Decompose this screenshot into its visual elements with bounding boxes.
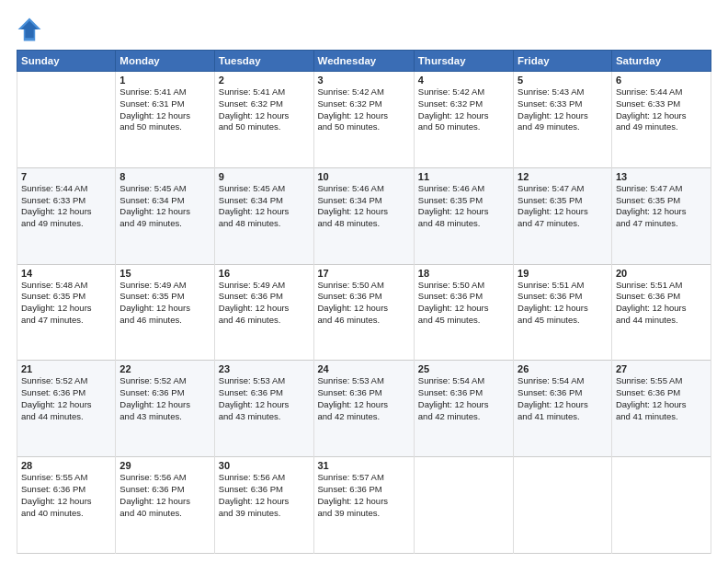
day-number: 18	[418, 268, 509, 279]
day-info: Sunrise: 5:51 AM Sunset: 6:36 PM Dayligh…	[616, 280, 707, 327]
week-row-3: 14Sunrise: 5:48 AM Sunset: 6:35 PM Dayli…	[17, 264, 711, 361]
calendar-cell	[611, 457, 711, 554]
col-header-friday: Friday	[514, 51, 612, 72]
day-info: Sunrise: 5:49 AM Sunset: 6:35 PM Dayligh…	[119, 280, 210, 327]
day-number: 17	[318, 268, 410, 279]
calendar-cell	[414, 457, 513, 554]
calendar-cell: 19Sunrise: 5:51 AM Sunset: 6:36 PM Dayli…	[514, 264, 612, 361]
day-number: 21	[21, 363, 111, 374]
day-number: 25	[418, 363, 509, 374]
day-info: Sunrise: 5:50 AM Sunset: 6:36 PM Dayligh…	[418, 280, 509, 327]
header	[17, 17, 711, 42]
day-info: Sunrise: 5:45 AM Sunset: 6:34 PM Dayligh…	[219, 183, 310, 230]
day-number: 27	[616, 363, 707, 374]
day-info: Sunrise: 5:49 AM Sunset: 6:36 PM Dayligh…	[219, 280, 310, 327]
day-info: Sunrise: 5:42 AM Sunset: 6:32 PM Dayligh…	[318, 86, 410, 133]
day-info: Sunrise: 5:55 AM Sunset: 6:36 PM Dayligh…	[21, 472, 111, 519]
day-info: Sunrise: 5:52 AM Sunset: 6:36 PM Dayligh…	[119, 375, 210, 422]
calendar-cell: 12Sunrise: 5:47 AM Sunset: 6:35 PM Dayli…	[514, 167, 612, 264]
calendar-cell: 13Sunrise: 5:47 AM Sunset: 6:35 PM Dayli…	[611, 167, 711, 264]
calendar-cell	[17, 72, 116, 168]
day-info: Sunrise: 5:46 AM Sunset: 6:34 PM Dayligh…	[318, 183, 410, 230]
calendar-table: SundayMondayTuesdayWednesdayThursdayFrid…	[17, 50, 711, 554]
day-number: 1	[119, 75, 210, 86]
day-number: 23	[219, 363, 310, 374]
day-number: 12	[518, 171, 608, 182]
svg-marker-1	[21, 21, 39, 39]
day-number: 19	[518, 268, 608, 279]
calendar-cell: 11Sunrise: 5:46 AM Sunset: 6:35 PM Dayli…	[414, 167, 513, 264]
day-number: 31	[318, 460, 410, 471]
day-number: 26	[518, 363, 608, 374]
calendar-cell: 27Sunrise: 5:55 AM Sunset: 6:36 PM Dayli…	[611, 361, 711, 457]
day-number: 30	[219, 460, 310, 471]
page: SundayMondayTuesdayWednesdayThursdayFrid…	[0, 0, 728, 563]
col-header-tuesday: Tuesday	[214, 51, 313, 72]
week-row-2: 7Sunrise: 5:44 AM Sunset: 6:33 PM Daylig…	[17, 167, 711, 264]
calendar-cell: 9Sunrise: 5:45 AM Sunset: 6:34 PM Daylig…	[214, 167, 313, 264]
calendar-body: 1Sunrise: 5:41 AM Sunset: 6:31 PM Daylig…	[17, 72, 711, 554]
week-row-5: 28Sunrise: 5:55 AM Sunset: 6:36 PM Dayli…	[17, 457, 711, 554]
calendar-cell: 15Sunrise: 5:49 AM Sunset: 6:35 PM Dayli…	[116, 264, 214, 361]
day-number: 9	[219, 171, 310, 182]
day-number: 5	[518, 75, 608, 86]
day-info: Sunrise: 5:45 AM Sunset: 6:34 PM Dayligh…	[119, 183, 210, 230]
calendar-cell: 24Sunrise: 5:53 AM Sunset: 6:36 PM Dayli…	[313, 361, 414, 457]
day-info: Sunrise: 5:41 AM Sunset: 6:32 PM Dayligh…	[219, 86, 310, 133]
calendar-cell: 5Sunrise: 5:43 AM Sunset: 6:33 PM Daylig…	[514, 72, 612, 168]
day-number: 14	[21, 268, 111, 279]
day-info: Sunrise: 5:47 AM Sunset: 6:35 PM Dayligh…	[518, 183, 608, 230]
calendar-cell: 21Sunrise: 5:52 AM Sunset: 6:36 PM Dayli…	[17, 361, 116, 457]
calendar-cell: 2Sunrise: 5:41 AM Sunset: 6:32 PM Daylig…	[214, 72, 313, 168]
day-info: Sunrise: 5:50 AM Sunset: 6:36 PM Dayligh…	[318, 280, 410, 327]
day-info: Sunrise: 5:52 AM Sunset: 6:36 PM Dayligh…	[21, 375, 111, 422]
calendar-cell: 29Sunrise: 5:56 AM Sunset: 6:36 PM Dayli…	[116, 457, 214, 554]
calendar-cell: 23Sunrise: 5:53 AM Sunset: 6:36 PM Dayli…	[214, 361, 313, 457]
col-header-wednesday: Wednesday	[313, 51, 414, 72]
calendar-cell: 10Sunrise: 5:46 AM Sunset: 6:34 PM Dayli…	[313, 167, 414, 264]
day-info: Sunrise: 5:41 AM Sunset: 6:31 PM Dayligh…	[119, 86, 210, 133]
day-number: 4	[418, 75, 509, 86]
calendar-cell: 8Sunrise: 5:45 AM Sunset: 6:34 PM Daylig…	[116, 167, 214, 264]
day-number: 15	[119, 268, 210, 279]
day-number: 28	[21, 460, 111, 471]
day-info: Sunrise: 5:47 AM Sunset: 6:35 PM Dayligh…	[616, 183, 707, 230]
day-number: 6	[616, 75, 707, 86]
calendar-cell: 18Sunrise: 5:50 AM Sunset: 6:36 PM Dayli…	[414, 264, 513, 361]
logo	[17, 17, 46, 42]
day-info: Sunrise: 5:51 AM Sunset: 6:36 PM Dayligh…	[518, 280, 608, 327]
day-number: 2	[219, 75, 310, 86]
day-info: Sunrise: 5:44 AM Sunset: 6:33 PM Dayligh…	[21, 183, 111, 230]
day-number: 13	[616, 171, 707, 182]
day-info: Sunrise: 5:53 AM Sunset: 6:36 PM Dayligh…	[318, 375, 410, 422]
day-info: Sunrise: 5:56 AM Sunset: 6:36 PM Dayligh…	[219, 472, 310, 519]
day-number: 7	[21, 171, 111, 182]
week-row-4: 21Sunrise: 5:52 AM Sunset: 6:36 PM Dayli…	[17, 361, 711, 457]
calendar-cell: 6Sunrise: 5:44 AM Sunset: 6:33 PM Daylig…	[611, 72, 711, 168]
day-info: Sunrise: 5:55 AM Sunset: 6:36 PM Dayligh…	[616, 375, 707, 422]
calendar-cell: 4Sunrise: 5:42 AM Sunset: 6:32 PM Daylig…	[414, 72, 513, 168]
calendar-cell: 16Sunrise: 5:49 AM Sunset: 6:36 PM Dayli…	[214, 264, 313, 361]
day-number: 8	[119, 171, 210, 182]
day-info: Sunrise: 5:53 AM Sunset: 6:36 PM Dayligh…	[219, 375, 310, 422]
day-number: 20	[616, 268, 707, 279]
calendar-cell: 17Sunrise: 5:50 AM Sunset: 6:36 PM Dayli…	[313, 264, 414, 361]
header-row: SundayMondayTuesdayWednesdayThursdayFrid…	[17, 51, 711, 72]
col-header-monday: Monday	[116, 51, 214, 72]
calendar-cell: 26Sunrise: 5:54 AM Sunset: 6:36 PM Dayli…	[514, 361, 612, 457]
day-number: 24	[318, 363, 410, 374]
day-number: 10	[318, 171, 410, 182]
day-number: 16	[219, 268, 310, 279]
day-info: Sunrise: 5:42 AM Sunset: 6:32 PM Dayligh…	[418, 86, 509, 133]
day-number: 22	[119, 363, 210, 374]
day-info: Sunrise: 5:56 AM Sunset: 6:36 PM Dayligh…	[119, 472, 210, 519]
calendar-cell: 3Sunrise: 5:42 AM Sunset: 6:32 PM Daylig…	[313, 72, 414, 168]
calendar-cell: 7Sunrise: 5:44 AM Sunset: 6:33 PM Daylig…	[17, 167, 116, 264]
calendar-cell: 20Sunrise: 5:51 AM Sunset: 6:36 PM Dayli…	[611, 264, 711, 361]
day-info: Sunrise: 5:54 AM Sunset: 6:36 PM Dayligh…	[518, 375, 608, 422]
calendar-cell: 25Sunrise: 5:54 AM Sunset: 6:36 PM Dayli…	[414, 361, 513, 457]
calendar-cell: 1Sunrise: 5:41 AM Sunset: 6:31 PM Daylig…	[116, 72, 214, 168]
calendar-cell: 14Sunrise: 5:48 AM Sunset: 6:35 PM Dayli…	[17, 264, 116, 361]
day-info: Sunrise: 5:43 AM Sunset: 6:33 PM Dayligh…	[518, 86, 608, 133]
day-info: Sunrise: 5:44 AM Sunset: 6:33 PM Dayligh…	[616, 86, 707, 133]
